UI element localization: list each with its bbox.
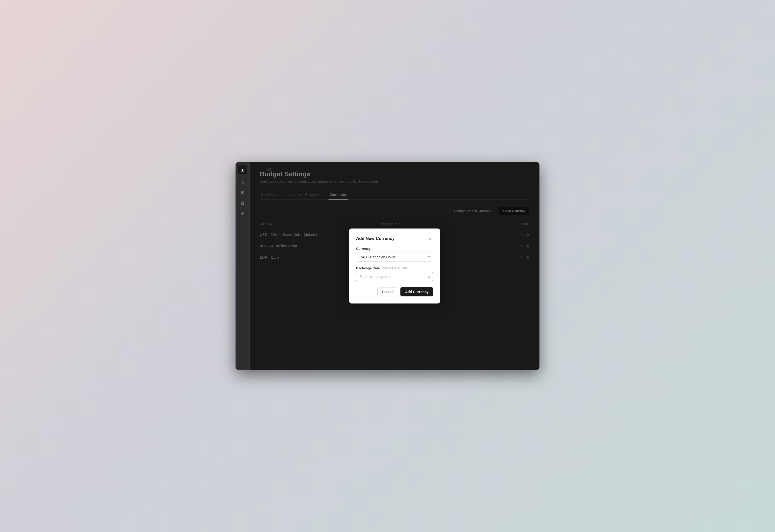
main-content: ▤ Budget Settings Configure cost centers…: [250, 162, 540, 370]
exchange-rate-label-row: Exchange Rate · Current rate: 0.69: [356, 266, 433, 270]
sidebar-item-settings[interactable]: ◈: [238, 209, 247, 217]
add-currency-modal: Add New Currency ✕ Currency CAD - Canadi…: [349, 228, 440, 304]
sidebar-item-home[interactable]: ⌂: [238, 178, 247, 186]
exchange-rate-input[interactable]: [356, 272, 433, 281]
app-logo[interactable]: ▣: [238, 165, 247, 174]
modal-footer: Cancel Add Currency: [356, 287, 433, 297]
currency-field-label: Currency: [356, 247, 433, 250]
sidebar-item-grid[interactable]: ⊞: [238, 188, 247, 196]
modal-overlay: Add New Currency ✕ Currency CAD - Canadi…: [250, 162, 540, 370]
exchange-rate-hint: · Current rate: 0.69: [381, 267, 407, 270]
sidebar: ▣ ⌂ ⊞ ▦ ◈: [235, 162, 250, 370]
add-currency-confirm-button[interactable]: Add Currency: [401, 287, 433, 297]
currency-select[interactable]: CAD - Canadian Dollar: [356, 252, 433, 262]
exchange-rate-label: Exchange Rate: [356, 266, 379, 270]
modal-header: Add New Currency ✕: [356, 235, 433, 242]
modal-title: Add New Currency: [356, 236, 395, 241]
sidebar-item-table[interactable]: ▦: [238, 198, 247, 207]
modal-close-button[interactable]: ✕: [427, 235, 433, 242]
cancel-button[interactable]: Cancel: [377, 287, 398, 297]
app-window: ▣ ⌂ ⊞ ▦ ◈ ▤ Budget Settings Configure co…: [235, 162, 540, 370]
